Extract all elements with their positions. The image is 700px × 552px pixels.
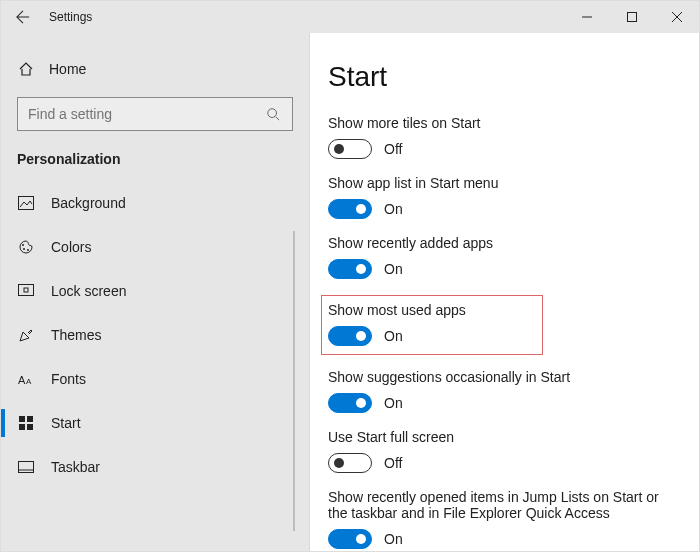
content-pane: Start Show more tiles on Start Off Show …: [309, 33, 699, 551]
maximize-icon: [627, 12, 637, 22]
toggle-state: On: [384, 261, 403, 277]
svg-rect-16: [19, 424, 25, 430]
nav-colors[interactable]: Colors: [1, 225, 309, 269]
home-label: Home: [49, 61, 86, 77]
setting-label: Show suggestions occasionally in Start: [328, 369, 677, 385]
svg-rect-18: [19, 462, 34, 473]
svg-point-9: [27, 249, 29, 251]
themes-icon: [17, 326, 35, 344]
svg-rect-10: [19, 285, 34, 296]
svg-rect-14: [19, 416, 25, 422]
setting-app-list: Show app list in Start menu On: [328, 175, 677, 219]
highlighted-setting: Show most used apps On: [321, 295, 543, 355]
setting-recently-added: Show recently added apps On: [328, 235, 677, 279]
close-button[interactable]: [654, 1, 699, 33]
nav-background[interactable]: Background: [1, 181, 309, 225]
picture-icon: [17, 194, 35, 212]
toggle-state: On: [384, 328, 403, 344]
toggle-state: Off: [384, 141, 402, 157]
nav-label: Colors: [51, 239, 91, 255]
toggle-state: Off: [384, 455, 402, 471]
toggle-full-screen[interactable]: [328, 453, 372, 473]
home-icon: [17, 60, 35, 78]
search-wrap: [1, 87, 309, 145]
nav-label: Lock screen: [51, 283, 126, 299]
minimize-icon: [582, 12, 592, 22]
window-body: Home Personalization Background: [1, 33, 699, 551]
window-title: Settings: [49, 10, 92, 24]
nav-taskbar[interactable]: Taskbar: [1, 445, 309, 489]
svg-rect-11: [24, 288, 28, 292]
page-title: Start: [328, 61, 677, 93]
fonts-icon: AA: [17, 370, 35, 388]
svg-point-7: [22, 244, 24, 246]
nav-fonts[interactable]: AA Fonts: [1, 357, 309, 401]
home-button[interactable]: Home: [1, 51, 309, 87]
setting-label: Use Start full screen: [328, 429, 677, 445]
svg-point-4: [268, 109, 277, 118]
start-icon: [17, 414, 35, 432]
nav-themes[interactable]: Themes: [1, 313, 309, 357]
setting-label: Show recently added apps: [328, 235, 677, 251]
nav-label: Start: [51, 415, 81, 431]
taskbar-icon: [17, 458, 35, 476]
svg-rect-17: [27, 424, 33, 430]
nav-list: Background Colors Lock screen Themes AA …: [1, 181, 309, 489]
nav-label: Taskbar: [51, 459, 100, 475]
svg-text:A: A: [18, 374, 26, 386]
nav-start[interactable]: Start: [1, 401, 309, 445]
sidebar-scrollbar[interactable]: [293, 231, 295, 531]
search-icon: [264, 105, 282, 123]
close-icon: [672, 12, 682, 22]
svg-rect-15: [27, 416, 33, 422]
search-box[interactable]: [17, 97, 293, 131]
toggle-suggestions[interactable]: [328, 393, 372, 413]
setting-more-tiles: Show more tiles on Start Off: [328, 115, 677, 159]
settings-window: Settings Home: [0, 0, 700, 552]
lock-screen-icon: [17, 282, 35, 300]
nav-label: Background: [51, 195, 126, 211]
sidebar: Home Personalization Background: [1, 33, 309, 551]
toggle-recently-added[interactable]: [328, 259, 372, 279]
nav-lock-screen[interactable]: Lock screen: [1, 269, 309, 313]
setting-label: Show recently opened items in Jump Lists…: [328, 489, 668, 521]
nav-label: Themes: [51, 327, 102, 343]
minimize-button[interactable]: [564, 1, 609, 33]
toggle-state: On: [384, 531, 403, 547]
svg-line-5: [276, 117, 280, 121]
search-input[interactable]: [28, 106, 264, 122]
toggle-jump-lists[interactable]: [328, 529, 372, 549]
toggle-most-used[interactable]: [328, 326, 372, 346]
svg-text:A: A: [26, 377, 32, 386]
setting-jump-lists: Show recently opened items in Jump Lists…: [328, 489, 677, 549]
toggle-state: On: [384, 201, 403, 217]
titlebar: Settings: [1, 1, 699, 33]
setting-suggestions: Show suggestions occasionally in Start O…: [328, 369, 677, 413]
palette-icon: [17, 238, 35, 256]
maximize-button[interactable]: [609, 1, 654, 33]
setting-label: Show app list in Start menu: [328, 175, 677, 191]
toggle-more-tiles[interactable]: [328, 139, 372, 159]
setting-full-screen: Use Start full screen Off: [328, 429, 677, 473]
back-arrow-icon: [16, 10, 30, 24]
svg-point-8: [23, 248, 25, 250]
section-label: Personalization: [1, 145, 309, 181]
nav-label: Fonts: [51, 371, 86, 387]
svg-rect-1: [627, 13, 636, 22]
toggle-state: On: [384, 395, 403, 411]
toggle-app-list[interactable]: [328, 199, 372, 219]
back-button[interactable]: [1, 10, 45, 24]
setting-label: Show most used apps: [328, 302, 534, 318]
setting-label: Show more tiles on Start: [328, 115, 677, 131]
